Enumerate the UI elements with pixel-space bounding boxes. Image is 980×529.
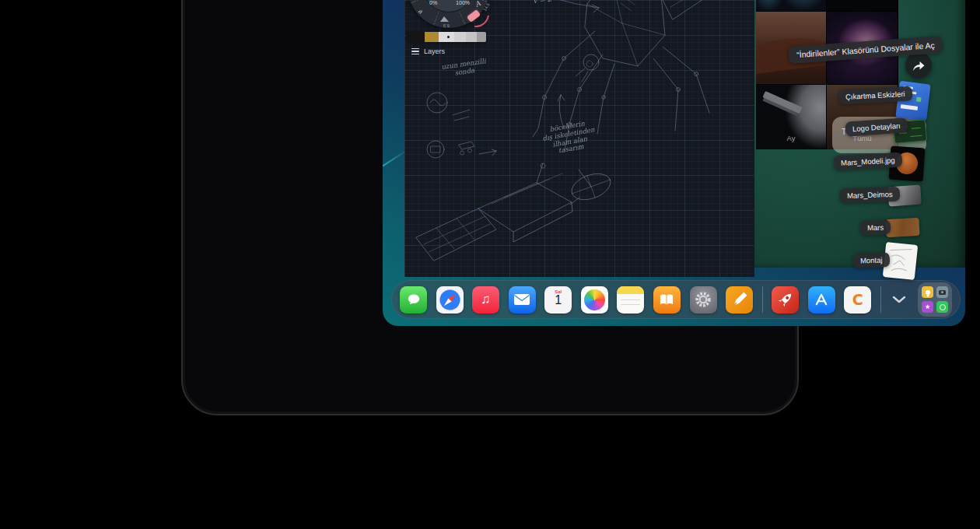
ipad-screen: güneş enerjisinegeçiş V = 2 iletişimuydu… xyxy=(383,0,965,326)
dock-app-notes[interactable] xyxy=(617,286,644,314)
swatch-gray-1[interactable] xyxy=(454,32,466,42)
drag-label-mars[interactable]: Mars xyxy=(860,219,891,235)
layers-label: Layers xyxy=(424,47,445,55)
drag-label-mars-deimos[interactable]: Mars_Deimos xyxy=(840,187,900,204)
ipad-device-frame: güneş enerjisinegeçiş V = 2 iletişimuydu… xyxy=(181,0,799,415)
notes-header xyxy=(617,286,644,294)
swatch-black[interactable] xyxy=(407,32,425,42)
opacity-min-label: 0% xyxy=(429,0,437,5)
camera-mini-icon xyxy=(936,286,948,298)
opacity-max-label: 100% xyxy=(456,0,470,5)
tool-wheel[interactable]: 1.6 1.3 3.5 14.5 6.9 A a xyxy=(408,0,490,28)
chevron-down-icon xyxy=(892,296,906,303)
dock-app-calendar[interactable]: Sal 1 xyxy=(544,286,572,314)
mail-icon xyxy=(513,292,531,307)
dock-app-mail[interactable] xyxy=(509,286,536,314)
drawing-app-window[interactable]: güneş enerjisinegeçiş V = 2 iletişimuydu… xyxy=(404,0,754,277)
share-forward-icon xyxy=(912,60,926,72)
calendar-day: 1 xyxy=(555,294,562,307)
size-label-bottom: 6.9 xyxy=(443,23,450,28)
photo-mars-planet[interactable] xyxy=(827,0,898,11)
album-ay[interactable]: Ay xyxy=(756,85,826,149)
album-ay-label: Ay xyxy=(756,134,826,142)
dock-app-music[interactable]: ♫ xyxy=(472,286,499,314)
dock-app-photos[interactable] xyxy=(581,286,608,314)
color-palette-bar[interactable] xyxy=(407,32,486,42)
clock-mini-icon xyxy=(936,301,948,313)
screen-content: güneş enerjisinegeçiş V = 2 iletişimuydu… xyxy=(383,0,965,326)
settings-gear-icon xyxy=(691,288,715,311)
dock: ♫ Sal 1 xyxy=(391,280,961,319)
share-button[interactable] xyxy=(905,52,932,79)
books-icon xyxy=(656,291,677,308)
selected-swatch-dot xyxy=(447,36,450,38)
drag-label-montaj[interactable]: Montaj xyxy=(853,252,890,268)
dock-app-settings[interactable] xyxy=(690,286,717,314)
star-mini-icon: ★ xyxy=(922,301,933,313)
hamburger-icon xyxy=(411,48,419,54)
layers-button[interactable]: Layers xyxy=(411,47,445,55)
dock-app-c-swirl[interactable]: C xyxy=(844,286,871,314)
dock-app-messages[interactable] xyxy=(400,286,427,314)
messages-icon xyxy=(404,291,423,308)
dock-collapse-button[interactable] xyxy=(890,286,908,314)
stage: güneş enerjisinegeçiş V = 2 iletişimuydu… xyxy=(0,0,980,529)
music-note-icon: ♫ xyxy=(481,292,491,307)
appstore-icon xyxy=(810,288,833,311)
marker-tool-icon xyxy=(439,16,450,23)
rocket-icon xyxy=(774,288,797,311)
swatch-gray-3[interactable] xyxy=(477,32,486,42)
dock-divider-2 xyxy=(880,286,881,313)
swatch-gray-2[interactable] xyxy=(466,32,477,42)
c-swirl-icon: C xyxy=(852,291,863,308)
safari-icon xyxy=(436,286,464,314)
photos-flower-icon xyxy=(584,289,605,310)
dock-app-drawing[interactable] xyxy=(726,286,753,314)
dock-app-rocket[interactable] xyxy=(772,286,799,314)
dock-app-appstore[interactable] xyxy=(808,286,835,314)
swatch-light-gray[interactable] xyxy=(439,32,454,42)
app-library-button[interactable]: ★ xyxy=(918,282,952,317)
tips-mini-icon xyxy=(922,286,933,298)
swatch-gold[interactable] xyxy=(425,32,439,42)
pen-icon xyxy=(729,289,751,310)
dock-divider xyxy=(762,286,763,313)
photo-nebula-horsehead[interactable] xyxy=(756,0,826,11)
dock-app-safari[interactable] xyxy=(436,286,464,314)
dock-app-books[interactable] xyxy=(653,286,681,314)
